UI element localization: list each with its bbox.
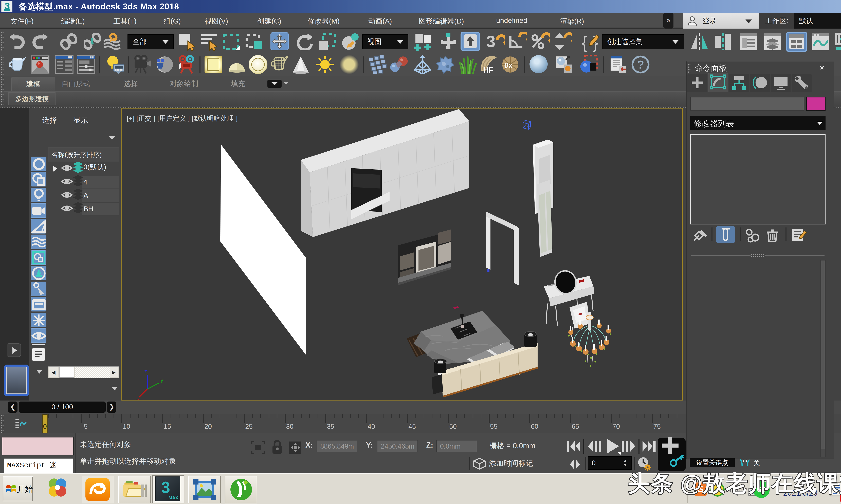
svg-text:HF: HF xyxy=(483,66,493,74)
svg-text:x: x xyxy=(136,397,139,400)
svg-text:0x: 0x xyxy=(504,61,513,69)
svg-text:{: { xyxy=(582,33,587,52)
svg-text:y: y xyxy=(160,377,163,383)
svg-text:3: 3 xyxy=(486,32,495,50)
svg-text:z: z xyxy=(144,368,147,375)
svg-text:?: ? xyxy=(637,58,644,71)
